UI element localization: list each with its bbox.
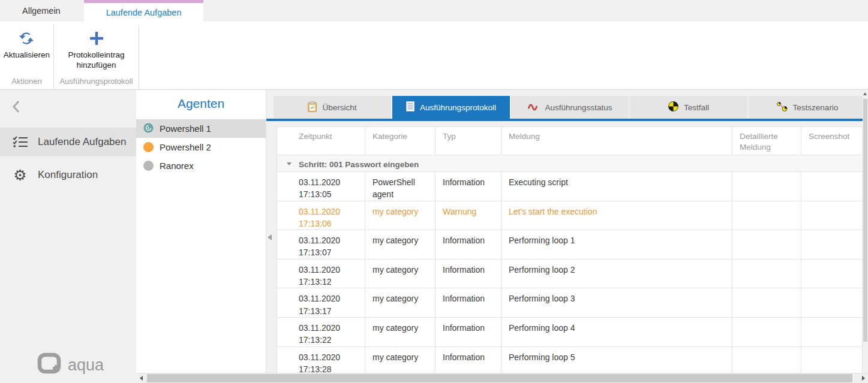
column-header-screenshot[interactable]: Screenshot [801, 127, 863, 155]
agent-offline-status-icon [143, 161, 154, 171]
tab-testfall[interactable]: Testfall [630, 96, 747, 119]
ribbon-group-ausfuehrungsprotokoll: Protokolleintrag hinzufügen Ausführungsp… [54, 25, 139, 89]
agent-item-label: Powershell 2 [160, 142, 211, 152]
tab-label: Testszenario [793, 103, 839, 112]
cell-time: 17:13:05 [299, 189, 332, 199]
sidebar-item-laufende-aufgaben[interactable]: Laufende Aufgaben [0, 128, 136, 156]
cell-date: 03.11.2020 [299, 236, 340, 245]
scroll-left-arrow-icon[interactable] [140, 376, 143, 381]
ribbon-tab-laufende-aufgaben[interactable]: Laufende Aufgaben [84, 0, 204, 22]
cell-date: 03.11.2020 [299, 207, 340, 216]
tab-label: Ausführungsstatus [545, 103, 612, 112]
table-group-row[interactable]: Schritt: 001 Passwort eingeben [277, 155, 863, 172]
cell-screenshot [801, 288, 863, 318]
cell-category: my category [365, 201, 435, 230]
cell-category: my category [365, 317, 435, 346]
tab-label: Ausführungsprotokoll [420, 103, 496, 112]
cell-category: PowerShell agent [365, 172, 435, 201]
cell-type: Information [435, 288, 501, 318]
cell-message: Performing loop 5 [501, 346, 732, 376]
tab-ausfuehrungsstatus[interactable]: Ausführungsstatus [511, 96, 629, 119]
cell-message: Performing loop 1 [501, 230, 732, 260]
ribbon-body: Aktualisieren Aktionen [0, 22, 868, 89]
test-marker-icon [668, 101, 678, 113]
add-log-entry-button-label: Protokolleintrag hinzufügen [57, 50, 136, 71]
table-row[interactable]: 03.11.202017:13:07 my category Informati… [277, 230, 863, 260]
table-row[interactable]: 03.11.202017:13:12 my category Informati… [277, 259, 863, 288]
agent-running-status-icon [143, 123, 154, 135]
plus-icon [89, 29, 104, 47]
cell-category: my category [365, 346, 435, 376]
ribbon-group-label-aktionen: Aktionen [0, 75, 53, 89]
agent-item-ranorex[interactable]: Ranorex [136, 156, 266, 175]
agent-item-powershell-1[interactable]: Powershell 1 [136, 119, 266, 138]
tab-label: Übersicht [322, 103, 356, 112]
table-row[interactable]: 03.11.202017:13:06 my category Warnung L… [277, 201, 863, 230]
cell-date: 03.11.2020 [299, 352, 340, 362]
scenario-icon [777, 102, 788, 113]
sidebar-nav: Laufende Aufgaben ⚙ Konfiguration [0, 128, 136, 189]
tab-testszenario[interactable]: Testszenario [749, 96, 866, 119]
agent-item-label: Powershell 1 [160, 123, 211, 134]
agent-idle-status-icon [143, 142, 154, 152]
panel-collapse-arrow[interactable] [268, 234, 272, 240]
cell-type: Information [435, 172, 501, 201]
table-row[interactable]: 03.11.202017:13:22 my category Informati… [277, 317, 863, 346]
cell-screenshot [801, 317, 863, 346]
cell-screenshot [801, 230, 863, 260]
cell-type: Information [435, 317, 501, 346]
collapse-arrow-icon[interactable] [287, 162, 292, 165]
cell-category: my category [365, 259, 435, 288]
cell-message: Let's start the execution [501, 201, 732, 230]
column-header-meldung[interactable]: Meldung [501, 127, 732, 155]
agent-item-label: Ranorex [160, 161, 194, 171]
column-header-typ[interactable]: Typ [435, 127, 501, 155]
cell-date: 03.11.2020 [299, 294, 340, 303]
tab-uebersicht[interactable]: Übersicht [274, 96, 391, 119]
cell-time: 17:13:12 [299, 277, 332, 287]
ribbon: Allgemein Laufende Aufgaben Aktualisiere… [0, 0, 868, 90]
gear-icon: ⚙ [12, 168, 28, 183]
chevron-left-icon [11, 105, 22, 116]
cell-time: 17:13:22 [299, 335, 332, 345]
cell-detailed-message [732, 288, 801, 318]
vertical-scrollbar-thumb[interactable] [863, 99, 867, 342]
active-tab-underline [266, 119, 868, 121]
cell-message: Performing loop 2 [501, 259, 732, 288]
ribbon-tab-allgemein[interactable]: Allgemein [6, 0, 77, 22]
table-row[interactable]: 03.11.202017:13:05 PowerShell agent Info… [277, 172, 863, 201]
cell-type: Information [435, 230, 501, 260]
tab-ausfuehrungsprotokoll[interactable]: Ausführungsprotokoll [392, 96, 510, 119]
cell-detailed-message [732, 317, 801, 346]
horizontal-scrollbar-thumb[interactable] [147, 374, 852, 382]
cell-time: 17:13:06 [299, 219, 332, 228]
scroll-right-arrow-icon[interactable] [862, 376, 865, 381]
sidebar-item-label: Laufende Aufgaben [38, 136, 126, 148]
cell-time: 17:13:07 [299, 248, 332, 257]
back-button[interactable] [11, 99, 24, 114]
refresh-button[interactable]: Aktualisieren [4, 25, 50, 61]
cell-category: my category [365, 230, 435, 260]
agents-panel-title: Agenten [136, 90, 266, 119]
scroll-up-arrow-icon[interactable] [863, 92, 867, 95]
vertical-scrollbar[interactable] [863, 90, 868, 373]
cell-message: Performing loop 3 [501, 288, 732, 318]
column-header-zeitpunkt[interactable]: Zeitpunkt [277, 127, 365, 155]
add-log-entry-button[interactable]: Protokolleintrag hinzufügen [57, 25, 136, 71]
cell-detailed-message [732, 230, 801, 260]
horizontal-scrollbar[interactable] [137, 373, 868, 383]
cell-screenshot [801, 346, 863, 376]
agent-item-powershell-2[interactable]: Powershell 2 [136, 138, 266, 156]
cell-type: Information [435, 346, 501, 376]
aqua-logo-text: aqua [68, 356, 104, 375]
cell-time: 17:13:17 [299, 306, 332, 316]
ribbon-group-label-ausfuehrungsprotokoll: Ausführungsprotokoll [54, 75, 139, 89]
sidebar-item-konfiguration[interactable]: ⚙ Konfiguration [0, 161, 136, 189]
cell-type: Information [435, 259, 501, 288]
column-header-detaillierte-meldung[interactable]: Detaillierte Meldung [732, 127, 801, 155]
cell-date: 03.11.2020 [299, 323, 340, 333]
table-row[interactable]: 03.11.202017:13:17 my category Informati… [277, 288, 863, 318]
aqua-logo-icon [37, 352, 62, 378]
table-row[interactable]: 03.11.202017:13:28 my category Informati… [277, 346, 863, 376]
column-header-kategorie[interactable]: Kategorie [365, 127, 435, 155]
